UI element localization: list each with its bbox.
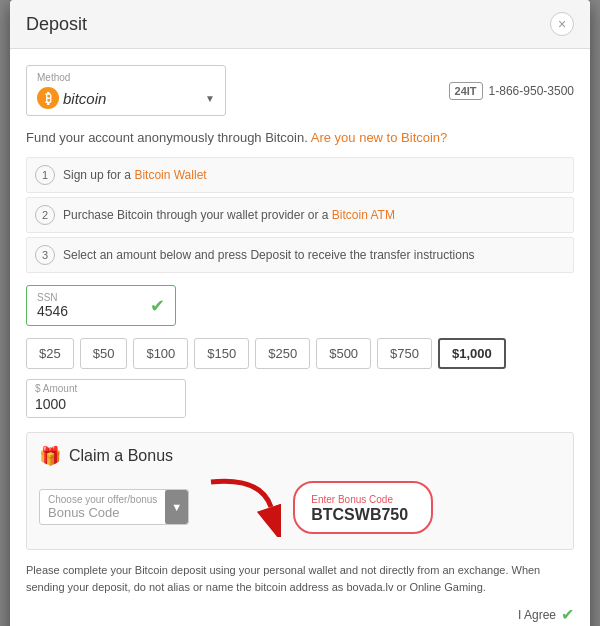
step-num-2: 2: [35, 205, 55, 225]
red-arrow-icon: [201, 477, 281, 537]
amount-250[interactable]: $250: [255, 338, 310, 369]
bonus-code-value: BTCSWB750: [311, 506, 415, 524]
bitcoin-text-label: bitcoin: [63, 90, 106, 107]
method-label: Method: [37, 72, 215, 83]
amount-input-box: $ Amount: [26, 379, 186, 418]
new-to-bitcoin-link[interactable]: Are you new to Bitcoin?: [311, 130, 448, 145]
amount-input-row: $ Amount: [26, 379, 574, 418]
bonus-section: 🎁 Claim a Bonus Choose your offer/bonus …: [26, 432, 574, 550]
amount-input-field[interactable]: [27, 394, 185, 417]
step-3-text: Select an amount below and press Deposit…: [63, 248, 475, 262]
ssn-row: SSN 4546 ✔: [26, 285, 574, 326]
modal-header: Deposit ×: [10, 0, 590, 49]
modal-title: Deposit: [26, 14, 87, 35]
disclaimer-text: Please complete your Bitcoin deposit usi…: [26, 562, 574, 595]
bitcoin-icon: ₿: [37, 87, 59, 109]
close-button[interactable]: ×: [550, 12, 574, 36]
amount-1000[interactable]: $1,000: [438, 338, 506, 369]
bitcoin-logo: ₿ bitcoin: [37, 87, 106, 109]
support-badge: 24IT: [449, 82, 483, 100]
method-dropdown-arrow[interactable]: ▼: [205, 93, 215, 104]
bonus-code-label: Enter Bonus Code: [311, 494, 393, 505]
amount-100[interactable]: $100: [133, 338, 188, 369]
amount-25[interactable]: $25: [26, 338, 74, 369]
amount-150[interactable]: $150: [194, 338, 249, 369]
amount-750[interactable]: $750: [377, 338, 432, 369]
ssn-check-icon: ✔: [150, 295, 165, 317]
deposit-modal: Deposit × Method ₿ bitcoin ▼ 24IT 1-866-…: [10, 0, 590, 626]
bonus-title: Claim a Bonus: [69, 447, 173, 465]
method-selector[interactable]: Method ₿ bitcoin ▼: [26, 65, 226, 116]
bonus-inputs-row: Choose your offer/bonus Bonus Code ▼: [39, 477, 561, 537]
method-content: ₿ bitcoin ▼: [37, 87, 215, 109]
offer-dropdown-arrow[interactable]: ▼: [165, 490, 188, 524]
amount-500[interactable]: $500: [316, 338, 371, 369]
ssn-label: SSN: [37, 292, 68, 303]
amount-buttons: $25 $50 $100 $150 $250 $500 $750 $1,000: [26, 338, 574, 369]
bonus-title-row: 🎁 Claim a Bonus: [39, 445, 561, 467]
step-row-1: 1 Sign up for a Bitcoin Wallet: [26, 157, 574, 193]
support-info: 24IT 1-866-950-3500: [449, 82, 574, 100]
step-row-3: 3 Select an amount below and press Depos…: [26, 237, 574, 273]
support-phone: 1-866-950-3500: [489, 84, 574, 98]
bitcoin-wallet-link[interactable]: Bitcoin Wallet: [134, 168, 206, 182]
offer-value: Bonus Code: [48, 505, 120, 520]
agree-check-icon: ✔: [561, 605, 574, 624]
modal-body: Method ₿ bitcoin ▼ 24IT 1-866-950-3500 F…: [10, 49, 590, 626]
bitcoin-atm-link[interactable]: Bitcoin ATM: [332, 208, 395, 222]
ssn-input-box[interactable]: SSN 4546 ✔: [26, 285, 176, 326]
amount-input-label: $ Amount: [27, 380, 185, 394]
gift-icon: 🎁: [39, 445, 61, 467]
bonus-code-box[interactable]: Enter Bonus Code BTCSWB750: [293, 481, 433, 534]
method-row: Method ₿ bitcoin ▼ 24IT 1-866-950-3500: [26, 65, 574, 116]
intro-text: Fund your account anonymously through Bi…: [26, 130, 574, 145]
agree-row: I Agree ✔: [26, 605, 574, 624]
step-num-3: 3: [35, 245, 55, 265]
amount-50[interactable]: $50: [80, 338, 128, 369]
steps-section: 1 Sign up for a Bitcoin Wallet 2 Purchas…: [26, 157, 574, 273]
agree-label: I Agree: [518, 608, 556, 622]
ssn-value: 4546: [37, 303, 68, 319]
offer-label: Choose your offer/bonus: [48, 494, 157, 505]
step-num-1: 1: [35, 165, 55, 185]
step-row-2: 2 Purchase Bitcoin through your wallet p…: [26, 197, 574, 233]
offer-selector[interactable]: Choose your offer/bonus Bonus Code ▼: [39, 489, 189, 525]
